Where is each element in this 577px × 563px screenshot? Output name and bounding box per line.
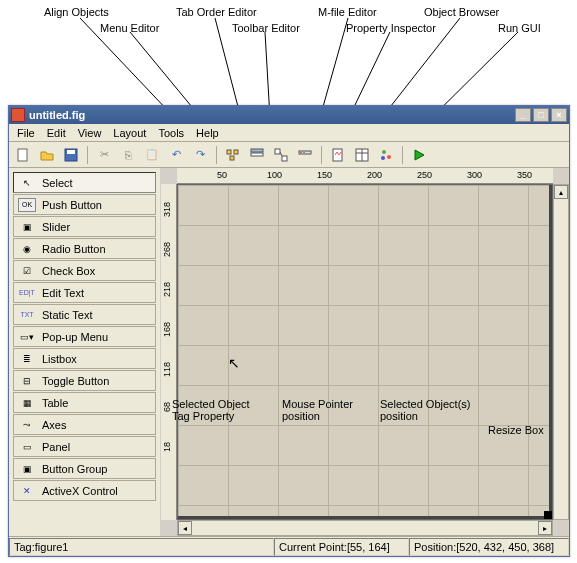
cut-icon[interactable]: ✂: [94, 145, 114, 165]
pal-push-button[interactable]: OKPush Button: [13, 194, 156, 215]
svg-point-29: [382, 150, 386, 154]
paste-icon[interactable]: 📋: [142, 145, 162, 165]
run-icon[interactable]: [409, 145, 429, 165]
statictext-icon: TXT: [18, 308, 36, 322]
scroll-up-icon[interactable]: ▴: [554, 185, 568, 199]
svg-rect-19: [251, 153, 263, 156]
object-browser-icon[interactable]: [376, 145, 396, 165]
status-tag: Tag: figure1: [9, 538, 274, 556]
ann-sel-pos: Selected Object(s)position: [380, 398, 470, 422]
activex-icon: ✕: [18, 484, 36, 498]
canvas-edge-right: [549, 185, 552, 519]
minimize-button[interactable]: _: [515, 108, 531, 122]
ann-align: Align Objects: [44, 6, 109, 18]
slider-icon: ▣: [18, 220, 36, 234]
checkbox-icon: ☑: [18, 264, 36, 278]
undo-icon[interactable]: ↶: [166, 145, 186, 165]
pal-select[interactable]: ↖Select: [13, 172, 156, 193]
svg-rect-15: [227, 150, 231, 154]
pal-axes[interactable]: ⤳Axes: [13, 414, 156, 435]
redo-icon[interactable]: ↷: [190, 145, 210, 165]
menu-tools[interactable]: Tools: [152, 125, 190, 141]
save-icon[interactable]: [61, 145, 81, 165]
pal-toggle[interactable]: ⊟Toggle Button: [13, 370, 156, 391]
ruler-vertical: 318 268 218 168 118 68 18: [161, 184, 177, 520]
arrow-icon: ↖: [18, 176, 36, 190]
pal-static-text[interactable]: TXTStatic Text: [13, 304, 156, 325]
property-inspector-icon[interactable]: [352, 145, 372, 165]
canvas-edge-bottom: [178, 516, 552, 519]
menubar: File Edit View Layout Tools Help: [9, 124, 569, 142]
table-icon: ▦: [18, 396, 36, 410]
scrollbar-vertical[interactable]: ▴: [553, 184, 569, 520]
toggle-icon: ⊟: [18, 374, 36, 388]
ann-object-browser: Object Browser: [424, 6, 499, 18]
ann-mfile: M-file Editor: [318, 6, 377, 18]
svg-point-31: [381, 156, 385, 160]
listbox-icon: ≣: [18, 352, 36, 366]
pushbutton-icon: OK: [18, 198, 36, 212]
svg-rect-24: [303, 152, 305, 153]
toolbar: ✂ ⎘ 📋 ↶ ↷: [9, 142, 569, 168]
titlebar[interactable]: untitled.fig _ □ ×: [9, 106, 569, 124]
pal-table[interactable]: ▦Table: [13, 392, 156, 413]
ann-mouse-pos: Mouse Pointerposition: [282, 398, 353, 422]
svg-rect-25: [333, 149, 342, 161]
open-icon[interactable]: [37, 145, 57, 165]
canvas-area: 50 100 150 200 250 300 350 318 268 218 1…: [161, 168, 569, 536]
maximize-button[interactable]: □: [533, 108, 549, 122]
ann-tag-property: Selected ObjectTag Property: [172, 398, 250, 422]
edittext-icon: ED|T: [18, 286, 36, 300]
pal-listbox[interactable]: ≣Listbox: [13, 348, 156, 369]
ann-property-inspector: Property Inspector: [346, 22, 436, 34]
copy-icon[interactable]: ⎘: [118, 145, 138, 165]
menu-help[interactable]: Help: [190, 125, 225, 141]
menu-editor-icon[interactable]: [247, 145, 267, 165]
app-icon: [11, 108, 25, 122]
menu-file[interactable]: File: [11, 125, 41, 141]
ann-toolbar-editor: Toolbar Editor: [232, 22, 300, 34]
ruler-horizontal: 50 100 150 200 250 300 350: [177, 168, 553, 184]
pal-slider[interactable]: ▣Slider: [13, 216, 156, 237]
svg-point-30: [387, 155, 391, 159]
ann-run-gui: Run GUI: [498, 22, 541, 34]
radio-icon: ◉: [18, 242, 36, 256]
menu-layout[interactable]: Layout: [107, 125, 152, 141]
pal-activex[interactable]: ✕ActiveX Control: [13, 480, 156, 501]
statusbar: Tag: figure1 Current Point: [55, 164] Po…: [9, 536, 569, 556]
status-position: Position: [520, 432, 450, 368]: [409, 538, 569, 556]
pal-popup[interactable]: ▭▾Pop-up Menu: [13, 326, 156, 347]
close-button[interactable]: ×: [551, 108, 567, 122]
mouse-cursor-icon: ↖: [228, 355, 240, 371]
pal-checkbox[interactable]: ☑Check Box: [13, 260, 156, 281]
svg-rect-16: [234, 150, 238, 154]
layout-canvas[interactable]: ↖: [177, 184, 553, 520]
svg-rect-17: [230, 156, 234, 160]
scroll-right-icon[interactable]: ▸: [538, 521, 552, 535]
panel-icon: ▭: [18, 440, 36, 454]
scrollbar-horizontal[interactable]: ◂ ▸: [177, 520, 553, 536]
svg-rect-21: [282, 156, 287, 161]
menu-edit[interactable]: Edit: [41, 125, 72, 141]
axes-icon: ⤳: [18, 418, 36, 432]
svg-rect-20: [275, 149, 280, 154]
guide-window: untitled.fig _ □ × File Edit View Layout…: [8, 105, 570, 557]
ann-tab-order: Tab Order Editor: [176, 6, 257, 18]
pal-button-group[interactable]: ▣Button Group: [13, 458, 156, 479]
popup-icon: ▭▾: [18, 330, 36, 344]
svg-rect-18: [251, 149, 263, 152]
menu-view[interactable]: View: [72, 125, 108, 141]
tab-order-icon[interactable]: [271, 145, 291, 165]
new-icon[interactable]: [13, 145, 33, 165]
svg-rect-23: [300, 152, 302, 153]
pal-panel[interactable]: ▭Panel: [13, 436, 156, 457]
scroll-left-icon[interactable]: ◂: [178, 521, 192, 535]
pal-radio[interactable]: ◉Radio Button: [13, 238, 156, 259]
align-icon[interactable]: [223, 145, 243, 165]
resize-handle[interactable]: [544, 511, 552, 519]
status-current-point: Current Point: [55, 164]: [274, 538, 409, 556]
toolbar-editor-icon[interactable]: [295, 145, 315, 165]
pal-edit-text[interactable]: ED|TEdit Text: [13, 282, 156, 303]
buttongroup-icon: ▣: [18, 462, 36, 476]
mfile-editor-icon[interactable]: [328, 145, 348, 165]
